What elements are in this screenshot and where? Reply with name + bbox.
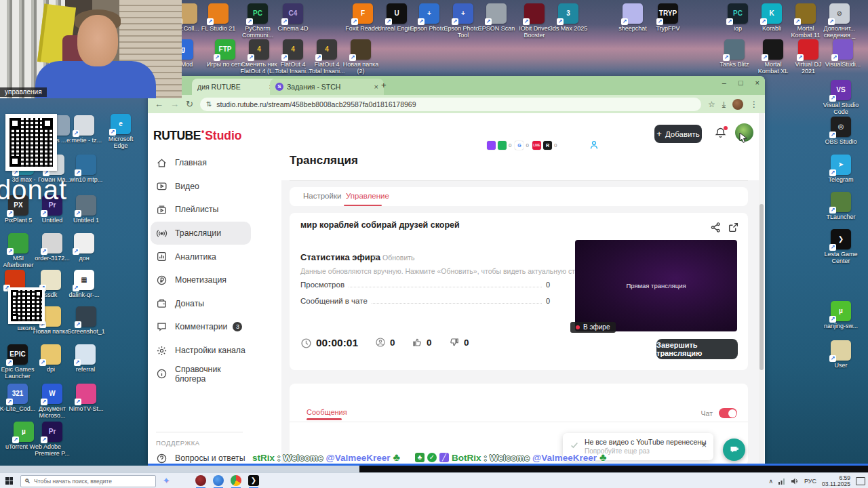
sidebar-item-ruble[interactable]: Монетизация xyxy=(151,268,251,292)
desktop-icon[interactable]: Новая папка (2) xyxy=(341,39,380,75)
desktop-icon[interactable]: ◎ OBS Studio xyxy=(821,117,861,145)
taskbar-clock[interactable]: 6:59 03.11.2025 xyxy=(822,475,850,487)
desktop-icon[interactable]: ❯ Lesta Game Center xyxy=(821,229,861,264)
refresh-button[interactable]: Обновить xyxy=(372,253,415,262)
active-tab-underline xyxy=(344,205,382,207)
desktop-icon[interactable]: NimoTV-St... xyxy=(66,384,106,412)
app-icon: 4 xyxy=(249,39,269,60)
stream-preview[interactable]: Прямая трансляция В эфире xyxy=(575,240,737,331)
tab-close-icon[interactable]: × xyxy=(374,83,378,91)
new-tab-button[interactable]: + xyxy=(381,80,387,90)
desktop-icon[interactable]: Screenshot_1 xyxy=(66,306,106,335)
browser-tab-inactive[interactable]: S Задания - STCH × xyxy=(270,79,384,95)
copilot-icon[interactable]: ✦ xyxy=(163,476,170,485)
tray-expand-icon[interactable]: ∧ xyxy=(768,478,773,485)
desktop-icon[interactable]: C4 Cinema 4D xyxy=(273,3,313,32)
sidebar-item-broadcast[interactable]: Трансляции xyxy=(151,222,251,245)
desktop-icon[interactable]: win10 mtp... xyxy=(66,155,106,183)
desktop-icon[interactable]: ▦ dalink-qr-... xyxy=(64,270,104,298)
site-settings-icon[interactable]: ⇅ xyxy=(206,100,212,108)
desktop-icon-label[interactable]: школа xyxy=(7,325,46,331)
back-icon[interactable]: ← xyxy=(155,99,163,109)
desktop-icon[interactable]: User xyxy=(821,340,861,369)
volume-icon[interactable] xyxy=(791,478,799,485)
desktop-icon[interactable]: EPSON Scan xyxy=(477,3,516,32)
window-maximize-button[interactable]: □ xyxy=(738,79,743,87)
app-icon xyxy=(74,233,94,253)
desktop-icon[interactable]: ➤ Telegram xyxy=(821,155,861,183)
add-button[interactable]: + Добавить xyxy=(654,125,702,143)
window-minimize-button[interactable]: – xyxy=(722,79,726,87)
desktop-icon[interactable]: µ nanjing-sw... xyxy=(821,301,861,329)
toast-close-icon[interactable]: × xyxy=(701,440,707,450)
video-icon xyxy=(156,180,167,192)
external-link-icon[interactable] xyxy=(728,222,739,233)
end-stream-button[interactable]: Завершить трансляцию xyxy=(656,339,738,359)
browser-menu-icon[interactable]: ⋮ xyxy=(750,100,758,109)
sidebar-item-wallet[interactable]: Донаты xyxy=(151,292,251,316)
chat-fab-button[interactable] xyxy=(723,439,745,461)
sidebar-item-gear[interactable]: Настройки канала xyxy=(151,339,251,363)
desktop-icon[interactable]: FL Studio 21 xyxy=(199,3,238,32)
taskbar-app-opera[interactable] xyxy=(195,475,206,486)
sidebar-item-label: Главная xyxy=(175,158,207,167)
desktop-icon[interactable]: VS Visual Studio Code xyxy=(821,80,861,115)
desktop-icon[interactable]: e Microsoft Edge xyxy=(101,114,140,149)
desktop-icon[interactable]: Tanks Blitz xyxy=(715,39,754,68)
reload-icon[interactable]: ↻ xyxy=(186,99,193,109)
tab-settings[interactable]: Настройки xyxy=(303,192,341,200)
sidebar-item-video[interactable]: Видео xyxy=(151,175,251,199)
sidebar-item-playlist[interactable]: Плейлисты xyxy=(151,198,251,222)
desktop-icon[interactable]: TLauncher xyxy=(821,192,861,220)
taskbar-app-edge[interactable] xyxy=(213,475,224,486)
bookmark-star-icon[interactable]: ☆ xyxy=(708,100,715,109)
desktop-icon[interactable]: dpi xyxy=(31,344,71,373)
desktop-icon[interactable]: TRYP TrypFPV xyxy=(648,3,688,32)
tab-messages[interactable]: Сообщения xyxy=(307,408,347,416)
desktop-icon[interactable]: VisualStudi... xyxy=(823,39,863,68)
desktop-icon[interactable]: Mortal Kombat XL xyxy=(753,39,793,75)
desktop-icon[interactable]: Untitled 1 xyxy=(66,195,106,224)
desktop-icon[interactable]: 3 3ds Max 2025 xyxy=(549,3,588,32)
sidebar-item-home[interactable]: Главная xyxy=(151,151,251,175)
action-center-icon[interactable] xyxy=(856,477,865,485)
desktop-icon[interactable]: sheepchat xyxy=(613,3,652,32)
desktop-icon-label: дон xyxy=(64,255,104,262)
desktop-icon[interactable]: ⊘ Дополнит... сведения _ xyxy=(820,3,859,39)
desktop-icon[interactable]: Virtual DJ 2021 xyxy=(789,39,828,75)
window-close-button[interactable]: × xyxy=(755,79,760,87)
notifications-bell-icon[interactable] xyxy=(714,126,728,141)
address-bar[interactable]: ⇅ studio.rutube.ru/stream/458beb8008acb2… xyxy=(200,98,701,111)
chat-toggle[interactable] xyxy=(719,408,737,418)
page-scrollbar[interactable] xyxy=(759,113,764,465)
sidebar-item-comments[interactable]: Комментарии 3 xyxy=(151,315,251,339)
browser-profile-avatar[interactable] xyxy=(732,99,743,110)
rutube-studio-logo[interactable]: RUTUBE•Studio xyxy=(153,127,242,143)
app-icon xyxy=(524,3,545,24)
browser-tab-active[interactable]: дия RUTUBE × xyxy=(192,79,279,95)
sidebar-item-info[interactable]: Справочник блогера xyxy=(151,362,251,386)
desktop-icon[interactable]: 321 K-Lite_Cod... xyxy=(0,384,37,412)
scrollbar-thumb[interactable] xyxy=(760,204,764,370)
language-indicator[interactable]: РУС xyxy=(804,478,816,485)
sidebar-item-analytics[interactable]: Аналитика xyxy=(151,245,251,268)
taskbar-app-chrome[interactable] xyxy=(231,475,241,486)
forward-icon[interactable]: → xyxy=(170,99,179,109)
desktop-icon[interactable]: e:metie - tz... xyxy=(64,115,104,144)
download-icon[interactable]: ⤓ xyxy=(722,100,726,109)
share-icon[interactable] xyxy=(710,222,722,233)
likes-counter[interactable]: 0 xyxy=(412,337,432,348)
sidebar-item-question[interactable]: Вопросы и ответы xyxy=(151,447,251,465)
start-button[interactable] xyxy=(5,477,13,485)
desktop-icon[interactable]: PC PyCharm Communi... xyxy=(238,3,277,39)
network-icon[interactable] xyxy=(778,478,786,485)
taskbar-search[interactable]: 🔍︎ Чтобы начать поиск, введите xyxy=(20,475,156,487)
dislikes-counter[interactable]: 0 xyxy=(449,337,469,348)
desktop-icon-label: Screenshot_1 xyxy=(66,328,106,335)
taskbar-app-lesta[interactable]: ❯ xyxy=(248,475,259,486)
desktop-icon[interactable]: referral xyxy=(66,344,105,373)
desktop-icon[interactable]: дон xyxy=(64,233,104,262)
app-icon: ❯ xyxy=(831,229,851,249)
tab-management[interactable]: Управление xyxy=(346,192,389,200)
desktop-icon[interactable]: Pr Adobe Premiere P... xyxy=(33,422,72,457)
